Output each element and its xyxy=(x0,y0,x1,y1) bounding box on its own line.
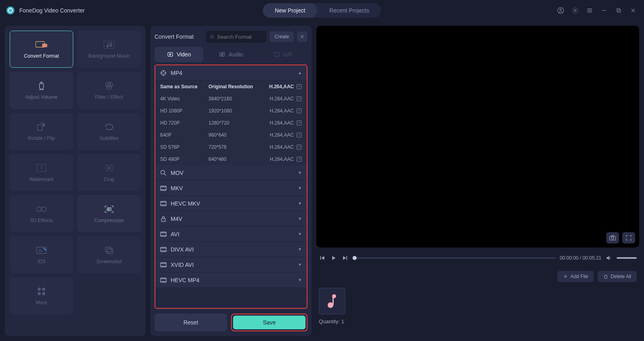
search-icon xyxy=(210,34,215,40)
account-icon[interactable] xyxy=(556,6,565,15)
svg-point-26 xyxy=(108,167,110,169)
svg-rect-50 xyxy=(275,52,279,56)
svg-rect-127 xyxy=(347,256,347,260)
svg-marker-124 xyxy=(322,256,324,260)
tool-background-music[interactable]: Background Music xyxy=(77,31,141,68)
svg-marker-128 xyxy=(607,256,609,260)
svg-point-13 xyxy=(43,44,45,45)
tool-3d-effects[interactable]: 3D Effects xyxy=(10,195,73,232)
tool-watermark[interactable]: T Watermark xyxy=(10,154,73,191)
background-music-icon xyxy=(103,40,116,50)
search-format-box[interactable] xyxy=(206,31,266,43)
tool-crop[interactable]: Crop xyxy=(77,154,141,191)
format-section-hevc-mkv[interactable]: HEVC MKV▼ xyxy=(155,196,307,211)
svg-rect-131 xyxy=(605,276,607,279)
snapshot-button[interactable] xyxy=(606,232,619,243)
svg-point-51 xyxy=(161,70,166,75)
timeline-slider[interactable] xyxy=(353,257,556,259)
prev-button[interactable] xyxy=(319,254,326,262)
close-window-icon[interactable] xyxy=(629,6,638,15)
format-panel: Convert Format Create Video Audio GIF xyxy=(151,26,312,336)
format-row[interactable]: 640P960*640H.264,AAC xyxy=(155,129,307,141)
format-row[interactable]: SD 576P720*576H.264,AAC xyxy=(155,141,307,153)
format-row[interactable]: 4K Video3840*2160H.264,AAC xyxy=(155,93,307,105)
maximize-icon[interactable] xyxy=(614,6,623,15)
svg-marker-126 xyxy=(343,256,346,260)
add-file-button[interactable]: Add File xyxy=(557,271,594,282)
tool-id3[interactable]: ID3 xyxy=(10,236,73,273)
project-tabs: New Project Recent Projects xyxy=(263,3,381,18)
menu-icon[interactable] xyxy=(585,6,594,15)
format-row[interactable]: SD 480P640*480H.264,AAC xyxy=(155,153,307,165)
format-section-hevc-mp4[interactable]: HEVC MP4▼ xyxy=(155,272,307,288)
format-section-xvid-avi[interactable]: XVID AVI▼ xyxy=(155,257,307,272)
play-button[interactable] xyxy=(330,254,337,262)
settings-icon[interactable] xyxy=(571,6,580,15)
volume-slider[interactable] xyxy=(617,257,637,259)
format-tab-audio[interactable]: Audio xyxy=(206,47,255,62)
minimize-icon[interactable] xyxy=(600,6,609,15)
fullscreen-button[interactable] xyxy=(622,232,635,243)
delete-all-button[interactable]: Delete All xyxy=(598,271,637,282)
svg-point-53 xyxy=(163,74,164,75)
format-section-mkv[interactable]: MKV▼ xyxy=(155,181,307,196)
svg-rect-22 xyxy=(37,125,42,130)
tab-recent-projects[interactable]: Recent Projects xyxy=(317,3,381,18)
volume-icon[interactable] xyxy=(605,254,613,262)
reset-button[interactable]: Reset xyxy=(155,314,227,331)
tool-filter-effect[interactable]: Filter / Effect xyxy=(77,72,141,109)
format-section-mp4[interactable]: MP4▲ xyxy=(155,65,307,81)
svg-point-52 xyxy=(163,71,164,71)
window-controls xyxy=(556,6,638,15)
format-section-m4v[interactable]: M4V▼ xyxy=(155,211,307,227)
svg-rect-8 xyxy=(618,10,621,12)
tool-compression[interactable]: Compression xyxy=(77,195,141,232)
format-row[interactable]: HD 720P1280*720H.264,AAC xyxy=(155,117,307,129)
format-tabs: Video Audio GIF xyxy=(155,47,308,62)
svg-point-41 xyxy=(211,35,213,38)
format-list[interactable]: MP4▲Same as SourceOriginal ResolutionH.2… xyxy=(155,65,307,308)
tool-label: Compression xyxy=(94,218,124,223)
time-display: 00:00:00 / 00:05:21 xyxy=(560,255,601,261)
svg-point-1 xyxy=(560,9,562,11)
format-tab-video[interactable]: Video xyxy=(155,47,203,62)
more-icon xyxy=(35,286,48,297)
file-thumbnails: Quantity: 1 xyxy=(316,288,639,336)
svg-rect-123 xyxy=(320,256,321,260)
format-list-highlighted: MP4▲Same as SourceOriginal ResolutionH.2… xyxy=(155,64,308,309)
tab-new-project[interactable]: New Project xyxy=(263,3,317,18)
svg-rect-36 xyxy=(107,249,113,254)
tool-subtitles[interactable]: Subtitles xyxy=(77,113,141,150)
tool-screenshot[interactable]: Screenshot xyxy=(77,236,141,273)
next-button[interactable] xyxy=(341,254,349,262)
convert-format-icon xyxy=(35,40,48,50)
file-actions-bar: Add File Delete All xyxy=(316,268,639,285)
file-thumb[interactable] xyxy=(319,288,345,314)
format-section-avi[interactable]: AVI▼ xyxy=(155,227,307,242)
format-section-divx-avi[interactable]: DIVX AVI▼ xyxy=(155,242,307,257)
svg-rect-35 xyxy=(105,247,111,252)
tool-convert-format[interactable]: Convert Format xyxy=(10,31,73,68)
tool-more[interactable]: More xyxy=(10,277,73,314)
search-input[interactable] xyxy=(217,34,262,40)
tool-label: Filter / Effect xyxy=(95,94,123,100)
preview-tools xyxy=(606,232,635,243)
tool-label: Rotate / Flip xyxy=(28,135,55,141)
save-button[interactable]: Save xyxy=(233,316,305,329)
svg-point-27 xyxy=(37,207,41,212)
quantity-label: Quantity: 1 xyxy=(319,318,637,324)
svg-point-17 xyxy=(41,82,42,84)
format-section-mov[interactable]: MOV▼ xyxy=(155,165,307,181)
svg-line-42 xyxy=(213,37,214,38)
tool-rotate-flip[interactable]: Rotate / Flip xyxy=(10,113,73,150)
create-button[interactable]: Create xyxy=(270,31,294,42)
tool-adjust-volume[interactable]: Adjust Volume xyxy=(10,72,73,109)
video-preview xyxy=(316,26,639,247)
format-row[interactable]: Same as SourceOriginal ResolutionH.264,A… xyxy=(155,81,307,93)
close-panel-button[interactable] xyxy=(297,31,308,42)
tool-label: Subtitles xyxy=(99,135,119,141)
svg-rect-40 xyxy=(42,292,45,295)
format-tab-gif[interactable]: GIF xyxy=(259,47,308,62)
format-row[interactable]: HD 1080P1920*1080H.264,AAC xyxy=(155,105,307,117)
close-icon xyxy=(300,34,305,39)
